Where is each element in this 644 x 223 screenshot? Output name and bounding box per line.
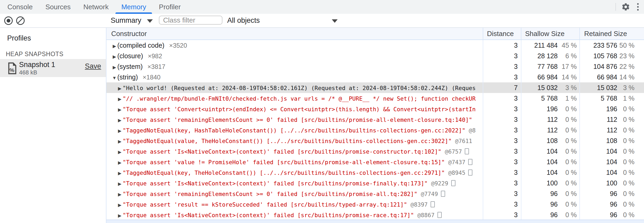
constructor-cell: ▶"Torque assert 'result == kStoreSuccede…	[106, 199, 483, 209]
instance-count: ×3817	[147, 63, 165, 70]
tab-memory[interactable]: Memory	[115, 0, 153, 14]
shallow-size-cell: 28 1286 %	[521, 51, 579, 61]
expand-arrow-icon[interactable]: ▼	[111, 73, 117, 82]
tab-profiler[interactable]: Profiler	[153, 0, 187, 14]
document-percent-icon: %	[7, 62, 17, 74]
instance-count: ×982	[148, 52, 162, 60]
table-row[interactable]: ▶"Torque assert 'Is<NativeContext>(conte…	[106, 146, 644, 157]
retained-size-value: 104	[580, 157, 617, 167]
shallow-size-percent: 0 %	[558, 104, 579, 114]
column-header-distance[interactable]: Distance	[483, 28, 521, 39]
shallow-size-percent: 0 %	[558, 199, 579, 209]
table-row[interactable]: ▶"Torque assert 'result == kStoreSuccede…	[106, 199, 644, 209]
distance-cell: 3	[483, 72, 521, 82]
distance-cell: 3	[483, 178, 521, 188]
gear-icon[interactable]	[621, 2, 630, 11]
shallow-size-value: 15 032	[521, 82, 558, 93]
table-row[interactable]: ▼(string)×1840366 98414 %66 98414 %	[106, 72, 644, 82]
object-id: @7611	[452, 138, 472, 144]
class-filter-input[interactable]	[159, 16, 222, 25]
tabbar-right-controls	[615, 0, 640, 14]
distance-cell: 3	[483, 135, 521, 146]
shallow-size-cell: 960 %	[521, 188, 579, 199]
string-value: "Torque assert 'Is<NativeContext>(contex…	[123, 148, 441, 155]
record-heap-snapshot-icon[interactable]	[4, 16, 13, 25]
constructor-cell: ▶(compiled code)×3520	[106, 40, 483, 51]
shallow-size-percent: 6 %	[558, 51, 579, 61]
constructor-cell: ▶"Torque assert 'remainingElementsCount …	[106, 114, 483, 125]
perspective-select[interactable]: Summary	[111, 14, 141, 27]
collapse-arrow-icon[interactable]: ▶	[111, 52, 117, 61]
retained-size-percent: 23 %	[617, 51, 644, 61]
column-header-constructor[interactable]: Constructor	[106, 28, 483, 39]
shallow-size-value: 100	[521, 178, 558, 188]
collapse-arrow-icon[interactable]: ▶	[117, 83, 123, 93]
snapshot-name: Snapshot 1	[19, 61, 55, 69]
chevron-down-icon[interactable]	[332, 19, 338, 23]
collapse-arrow-icon[interactable]: ▶	[117, 189, 123, 199]
shallow-size-value: 112	[521, 114, 558, 125]
table-row[interactable]: ▶"// .wrangler/tmp/bundle-FmNIt0/checked…	[106, 93, 644, 104]
collapse-arrow-icon[interactable]: ▶	[117, 211, 123, 220]
table-row[interactable]: ▶"TaggedNotEqual(key, TheHoleConstant())…	[106, 167, 644, 178]
table-row[interactable]: ▶"TaggedNotEqual(value, TheHoleConstant(…	[106, 135, 644, 146]
kebab-menu-icon[interactable]	[637, 3, 639, 11]
shallow-size-percent: 0 %	[558, 114, 579, 125]
string-value: "Torque assert 'Is<NativeContext>(contex…	[123, 180, 428, 187]
table-row[interactable]: ▶(compiled code)×35203211 48445 %233 576…	[106, 40, 644, 51]
table-row[interactable]: ▶"TaggedNotEqual(key, HashTableHoleConst…	[106, 125, 644, 135]
table-row[interactable]: ▶(closure)×982328 1286 %105 76823 %	[106, 51, 644, 61]
devtools-tabbar: ConsoleSourcesNetworkMemoryProfiler	[0, 0, 644, 14]
collapse-arrow-icon[interactable]: ▶	[111, 62, 117, 72]
sidebar-item-snapshot-1[interactable]: % Snapshot 1 468 kB Save	[0, 59, 106, 77]
distance-cell: 3	[483, 40, 521, 51]
shallow-size-percent: 0 %	[558, 146, 579, 157]
retained-size-value: 105 768	[580, 51, 617, 61]
column-header-shallow-size[interactable]: Shallow Size	[521, 28, 579, 39]
constructor-cell: ▶"Torque assert 'remainingElementsCount …	[106, 188, 483, 199]
table-row[interactable]: ▶"Torque assert 'value != PromiseHole' f…	[106, 157, 644, 167]
chevron-down-icon[interactable]	[147, 19, 153, 23]
instance-count: ×1840	[143, 74, 160, 81]
collapse-arrow-icon[interactable]: ▶	[117, 179, 123, 188]
collapse-arrow-icon[interactable]: ▶	[111, 41, 117, 51]
retained-size-value: 96	[580, 199, 617, 209]
collapse-arrow-icon[interactable]: ▶	[117, 147, 123, 157]
tab-console[interactable]: Console	[1, 0, 39, 14]
collapse-arrow-icon[interactable]: ▶	[117, 105, 123, 114]
retained-size-cell: 233 57650 %	[579, 40, 644, 51]
shallow-size-value: 211 484	[521, 40, 558, 51]
tab-network[interactable]: Network	[77, 0, 115, 14]
grid-bottom-scrollbar[interactable]	[106, 220, 644, 223]
retained-size-cell: 1040 %	[579, 167, 644, 178]
shallow-size-percent: 0 %	[558, 157, 579, 167]
string-value: "Torque assert 'remainingElementsCount >…	[123, 117, 472, 123]
collapse-arrow-icon[interactable]: ▶	[117, 136, 123, 146]
tab-sources[interactable]: Sources	[39, 0, 77, 14]
shallow-size-cell: 960 %	[521, 199, 579, 209]
retained-size-percent: 0 %	[617, 188, 644, 199]
snapshot-save-link[interactable]: Save	[85, 62, 101, 70]
collapse-arrow-icon[interactable]: ▶	[117, 158, 123, 167]
collapse-arrow-icon[interactable]: ▶	[117, 200, 123, 209]
table-row[interactable]: ▶"Torque assert 'remainingElementsCount …	[106, 188, 644, 199]
shallow-size-cell: 1080 %	[521, 135, 579, 146]
collapse-arrow-icon[interactable]: ▶	[117, 94, 123, 104]
collapse-arrow-icon[interactable]: ▶	[117, 115, 123, 125]
collapse-arrow-icon[interactable]: ▶	[117, 126, 123, 135]
table-row[interactable]: ▶"Torque assert 'remainingElementsCount …	[106, 114, 644, 125]
column-header-retained-size[interactable]: Retained Size	[579, 28, 644, 39]
table-row[interactable]: ▶"Torque assert 'Convert<uintptr>(endInd…	[106, 104, 644, 114]
table-row[interactable]: ▶"Hello world! (Requested at: 2024-08-19…	[106, 82, 644, 93]
clear-profiles-icon[interactable]	[16, 16, 25, 25]
objects-filter-select[interactable]: All objects	[227, 14, 260, 27]
svg-text:%: %	[10, 67, 15, 73]
table-row[interactable]: ▶(system)×3817377 76817 %104 87622 %	[106, 61, 644, 72]
table-row[interactable]: ▶"Torque assert 'Is<NativeContext>(conte…	[106, 209, 644, 220]
collapse-arrow-icon[interactable]: ▶	[117, 168, 123, 178]
shallow-size-cell: 66 98414 %	[521, 72, 579, 82]
retained-size-value: 108	[580, 135, 617, 146]
constructor-name: (closure)	[117, 52, 143, 60]
reveal-box-icon	[431, 201, 435, 207]
table-row[interactable]: ▶"Torque assert 'Is<NativeContext>(conte…	[106, 178, 644, 188]
